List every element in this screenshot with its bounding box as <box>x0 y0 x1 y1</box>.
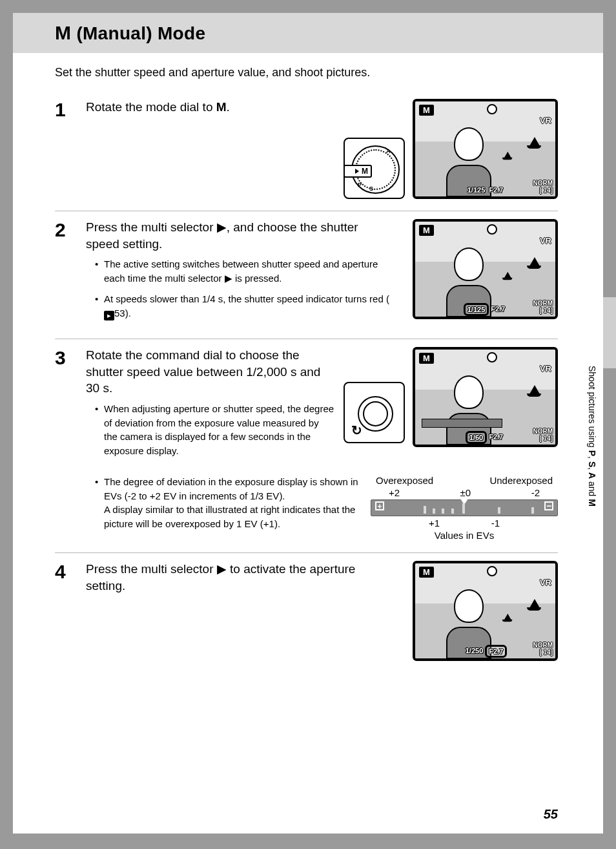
aperture-value: F2.7 <box>489 433 503 442</box>
aperture-value-highlighted: F2.7 <box>487 647 505 656</box>
page-header: M (Manual) Mode <box>13 13 603 53</box>
flash-icon <box>487 352 497 362</box>
overexposed-label: Overexposed <box>376 475 433 486</box>
list-item: When adjusting aperture or shutter speed… <box>96 402 334 458</box>
shutter-value-highlighted: 1/125 <box>466 305 488 314</box>
list-item: The degree of deviation in the exposure … <box>96 475 362 531</box>
vr-icon: VR <box>540 116 551 125</box>
step-number: 2 <box>55 220 73 327</box>
flash-icon <box>487 104 497 114</box>
step-2: 2 Press the multi selector ▶, and choose… <box>55 211 558 339</box>
intro-text: Set the shutter speed and aperture value… <box>13 66 603 91</box>
right-arrow-icon: ▶ <box>217 219 227 236</box>
step-title: Rotate the mode dial to M. <box>86 99 332 116</box>
step-number: 3 <box>55 348 73 541</box>
step-number: 4 <box>55 562 73 661</box>
page-title: M (Manual) Mode <box>55 22 603 44</box>
step-4: 4 Press the multi selector ▶ to activate… <box>55 553 558 673</box>
lcd-preview-1: M VR 1/125 F2.7 NORM [ 14] <box>413 99 558 199</box>
lcd-preview-3: M VR 1/60 F2.7 NORM [ 14] <box>413 347 558 447</box>
mode-dial-illustration: M A S P <box>344 138 405 199</box>
command-dial-illustration: ↻ <box>344 382 405 443</box>
step-bullets: When adjusting aperture or shutter speed… <box>86 402 334 458</box>
list-item: The active setting switches between shut… <box>96 257 390 286</box>
aperture-value: F2.7 <box>489 186 503 194</box>
step-title: Rotate the command dial to choose the sh… <box>86 347 334 397</box>
page-number: 55 <box>544 807 558 822</box>
shutter-value-highlighted: 1/60 <box>467 433 485 442</box>
lcd-preview-2: M VR 1/125 F2.7 NORM [ 14] <box>413 219 558 319</box>
step-title: Press the multi selector ▶ to activate t… <box>86 561 390 594</box>
flash-icon <box>487 566 497 576</box>
shutter-value: 1/250 <box>466 647 484 656</box>
step-bullets: The active setting switches between shut… <box>86 257 390 320</box>
page-ref-icon: ▸ <box>104 311 114 320</box>
lcd-preview-4: M VR 1/250 F2.7 NORM [ 14] <box>413 561 558 661</box>
step-number: 1 <box>55 100 73 199</box>
manual-page: M (Manual) Mode Set the shutter speed an… <box>13 13 603 833</box>
mode-letter-icon: M <box>55 22 71 43</box>
flash-icon <box>487 224 497 235</box>
ev-caption: Values in EVs <box>371 530 558 541</box>
step-1: 1 Rotate the mode dial to M. M A S P M <box>55 91 558 211</box>
shutter-value: 1/125 <box>467 186 486 194</box>
aperture-value: F2.7 <box>491 305 505 314</box>
underexposed-label: Underexposed <box>489 475 553 486</box>
minus-icon: − <box>544 501 553 510</box>
section-tab: Shoot pictures using P, S, A and M <box>581 297 603 575</box>
right-arrow-icon: ▶ <box>217 561 227 578</box>
ev-scale-diagram: Overexposed Underexposed +2 ±0 -2 + − <box>371 475 558 541</box>
mode-badge: M <box>419 105 434 116</box>
ev-indicator-bar <box>422 419 502 428</box>
rotate-arrow-icon: ↻ <box>351 423 362 438</box>
plus-icon: + <box>375 501 384 510</box>
step-bullets: The degree of deviation in the exposure … <box>86 475 362 531</box>
step-title: Press the multi selector ▶, and choose t… <box>86 219 390 252</box>
mode-m-icon: M <box>216 100 227 114</box>
list-item: At speeds slower than 1/4 s, the shutter… <box>96 292 390 320</box>
step-3: 3 Rotate the command dial to choose the … <box>55 339 558 553</box>
right-arrow-icon: ▶ <box>225 271 232 286</box>
